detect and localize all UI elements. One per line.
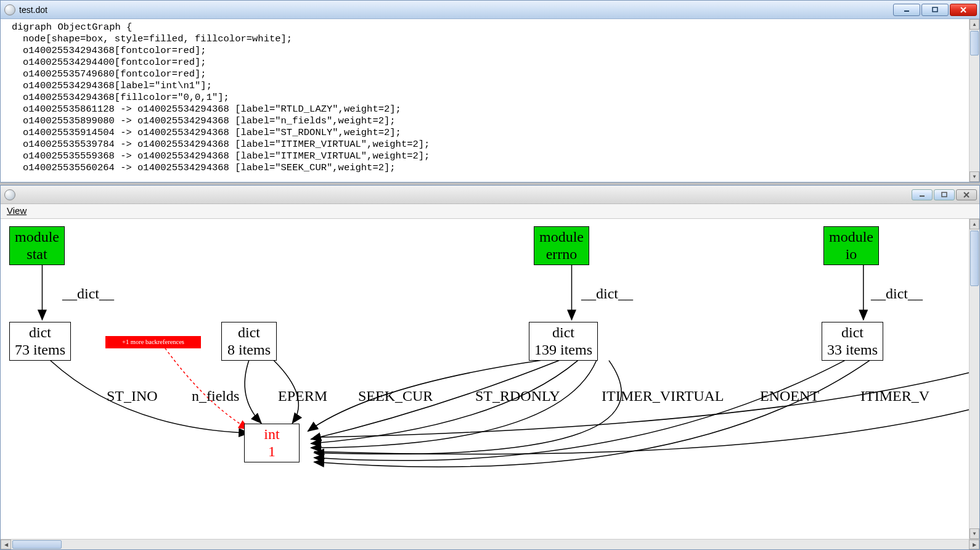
node-more-backrefs[interactable]: +1 more backreferences — [105, 336, 201, 348]
mdi-restore-button[interactable] — [934, 189, 955, 200]
node-line1: dict — [227, 324, 271, 342]
mdi-close-button[interactable] — [956, 189, 977, 200]
node-line1: module — [15, 229, 59, 246]
editor-area: digraph ObjectGraph { node[shape=box, st… — [1, 19, 979, 182]
edge-label-dict: __dict__ — [871, 285, 923, 302]
scroll-right-arrow[interactable]: ▶ — [969, 540, 979, 549]
node-line2: 73 items — [15, 342, 65, 359]
code-line: o140025534294368[fontcolor=red]; — [12, 45, 963, 57]
code-line: o140025535539784 -> o140025534294368 [la… — [12, 139, 963, 150]
node-line2: 33 items — [827, 342, 878, 359]
code-line: o140025535914504 -> o140025534294368 [la… — [12, 127, 963, 139]
node-line2: io — [829, 246, 873, 263]
node-line2: 1 — [250, 443, 294, 461]
scroll-thumb[interactable] — [970, 31, 979, 55]
titlebar-viewer[interactable] — [1, 186, 979, 204]
code-line: o140025535559368 -> o140025534294368 [la… — [12, 150, 963, 162]
scroll-down-arrow[interactable]: ▼ — [970, 528, 979, 539]
node-dict-139[interactable]: dict 139 items — [529, 322, 598, 361]
node-line1: dict — [534, 324, 592, 342]
node-line1: dict — [15, 324, 65, 342]
scroll-track[interactable] — [970, 30, 979, 171]
node-line1: dict — [827, 324, 878, 342]
close-button[interactable] — [950, 4, 977, 16]
scroll-down-arrow[interactable]: ▼ — [970, 171, 979, 182]
code-line: o140025535861128 -> o140025534294368 [la… — [12, 104, 963, 115]
node-module-errno[interactable]: module errno — [534, 226, 589, 265]
node-line2: 8 items — [227, 342, 271, 359]
graph-canvas[interactable]: module stat module errno module io dict … — [1, 219, 969, 539]
node-text: +1 more backreferences — [122, 339, 184, 345]
hscroll-thumb[interactable] — [12, 540, 62, 549]
code-line: node[shape=box, style=filled, fillcolor=… — [12, 33, 963, 45]
vertical-scrollbar[interactable]: ▲ ▼ — [969, 19, 979, 182]
edge-label-st-rdonly: ST_RDONLY — [475, 388, 560, 404]
node-line2: 139 items — [534, 342, 592, 359]
maximize-button[interactable] — [921, 4, 949, 16]
edge-label-n-fields: n_fields — [192, 388, 239, 404]
node-module-io[interactable]: module io — [823, 226, 879, 265]
node-line1: int — [250, 426, 294, 443]
svg-rect-5 — [942, 192, 947, 197]
edges-layer — [1, 219, 969, 539]
code-line: o140025535560264 -> o140025534294368 [la… — [12, 162, 963, 174]
node-dict-33[interactable]: dict 33 items — [822, 322, 883, 361]
edge-label-dict: __dict__ — [581, 285, 633, 302]
node-module-stat[interactable]: module stat — [9, 226, 65, 265]
edge-label-enoent: ENOENT — [760, 388, 819, 404]
horizontal-scrollbar[interactable]: ◀ ▶ — [1, 539, 979, 549]
app-icon — [4, 4, 15, 15]
editor-window: test.dot digraph ObjectGraph { node[shap… — [0, 0, 980, 183]
edge-label-itimer-virtual: ITIMER_VIRTUAL — [602, 388, 724, 404]
viewer-window: View — [0, 185, 980, 550]
vertical-scrollbar-viewer[interactable]: ▲ ▼ — [969, 219, 979, 539]
node-int-1[interactable]: int 1 — [244, 424, 300, 462]
node-line1: module — [539, 229, 584, 246]
mdi-minimize-button[interactable] — [912, 189, 933, 200]
scroll-left-arrow[interactable]: ◀ — [1, 540, 11, 549]
menubar: View — [1, 204, 979, 219]
code-line: o140025535899080 -> o140025534294368 [la… — [12, 115, 963, 127]
scroll-track[interactable] — [970, 229, 979, 528]
node-dict-8[interactable]: dict 8 items — [221, 322, 277, 361]
node-line1: module — [829, 229, 873, 246]
window-controls-mdi — [912, 189, 977, 200]
edge-label-itimer-v: ITIMER_V — [860, 388, 929, 404]
edge-label-eperm: EPERM — [278, 388, 327, 404]
text-content[interactable]: digraph ObjectGraph { node[shape=box, st… — [1, 19, 969, 182]
edge-label-seek-cur: SEEK_CUR — [358, 388, 433, 404]
hscroll-track[interactable] — [11, 540, 969, 549]
code-line: o140025535749680[fontcolor=red]; — [12, 68, 963, 80]
scroll-thumb[interactable] — [970, 231, 979, 286]
node-line2: stat — [15, 246, 59, 263]
node-dict-73[interactable]: dict 73 items — [9, 322, 71, 361]
title-text: test.dot — [19, 5, 893, 15]
code-line: o140025534294400[fontcolor=red]; — [12, 57, 963, 68]
menu-view[interactable]: View — [7, 205, 27, 216]
window-controls — [893, 4, 977, 16]
code-line: digraph ObjectGraph { — [12, 22, 132, 33]
graph-area: module stat module errno module io dict … — [1, 219, 979, 539]
svg-rect-1 — [933, 7, 937, 12]
scroll-up-arrow[interactable]: ▲ — [970, 219, 979, 229]
edge-label-st-ino: ST_INO — [107, 388, 158, 404]
titlebar-editor[interactable]: test.dot — [1, 1, 979, 19]
edge-label-dict: __dict__ — [62, 285, 114, 302]
minimize-button[interactable] — [893, 4, 920, 16]
app-icon — [4, 189, 15, 200]
node-line2: errno — [539, 246, 584, 263]
code-line: o140025534294368[label="int\n1"]; — [12, 80, 963, 92]
scroll-up-arrow[interactable]: ▲ — [970, 19, 979, 30]
code-line: o140025534294368[fillcolor="0,0,1"]; — [12, 92, 963, 104]
